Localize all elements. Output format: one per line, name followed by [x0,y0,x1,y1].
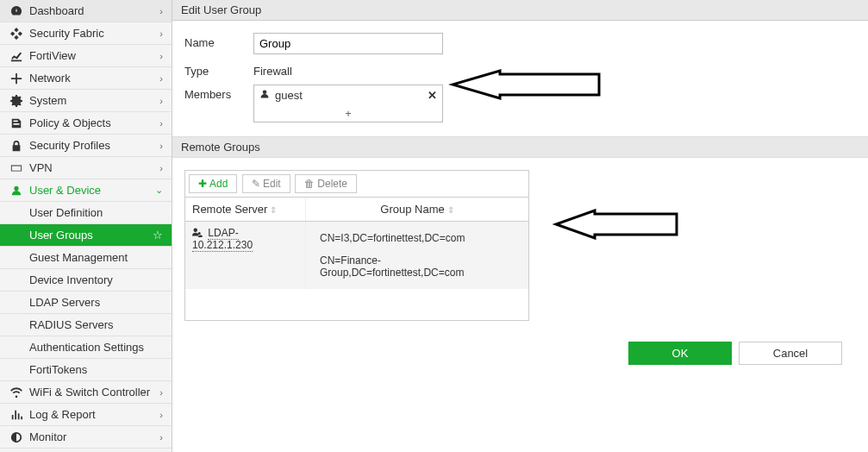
nav-label: System [29,94,66,107]
chevron-right-icon: › [159,51,163,61]
chevron-right-icon: › [159,387,163,398]
plus-icon: ✚ [198,178,207,190]
nav-label: Network [29,72,71,85]
nav-guest-management[interactable]: Guest Management [0,247,172,269]
add-member-button[interactable]: + [254,105,442,122]
col-group-label: Group Name [380,203,444,216]
members-label: Members [184,85,253,101]
nav-label: Security Fabric [29,27,104,40]
member-chip: guest ✕ [254,85,442,105]
nav-vpn[interactable]: VPN › [0,157,172,179]
chevron-right-icon: › [159,73,163,84]
nav-dashboard[interactable]: Dashboard › [0,0,172,22]
chevron-right-icon: › [159,118,163,129]
nav-label: VPN [29,161,53,174]
nav-label: Authentication Settings [29,341,144,354]
nav-label: Policy & Objects [29,116,111,129]
group-name-cell: CN=I3,DC=fortinettest,DC=com CN=Finance-… [306,222,528,289]
nav-label: Security Profiles [29,139,110,152]
chevron-down-icon: ⌄ [155,185,163,196]
nav-policy-objects[interactable]: Policy & Objects › [0,112,172,135]
nav-fortitokens[interactable]: FortiTokens [0,359,172,381]
type-label: Type [184,61,253,78]
nav-auth-settings[interactable]: Authentication Settings [0,336,172,359]
table-row[interactable]: LDAP-10.212.1.230 CN=I3,DC=fortinettest,… [185,222,528,289]
type-value: Firewall [253,61,292,78]
chevron-right-icon: › [159,141,163,151]
lock-icon [9,140,24,152]
col-group-name[interactable]: Group Name⇕ [306,198,528,221]
nav-label: Device Inventory [29,273,113,286]
report-icon [9,409,24,421]
nav-label: LDAP Servers [29,296,100,309]
nav-label: WiFi & Switch Controller [29,386,150,399]
main-panel: Edit User Group Name Type Firewall Membe… [172,0,868,452]
nav-label: FortiView [29,49,76,62]
nav-user-definition[interactable]: User Definition [0,202,172,224]
chevron-right-icon: › [159,163,163,173]
chevron-right-icon: › [159,96,163,106]
nav-ldap-servers[interactable]: LDAP Servers [0,292,172,314]
nav-system[interactable]: System › [0,90,172,112]
remote-groups-box: ✚Add ✎Edit 🗑Delete Remote Server⇕ Group … [184,170,529,321]
col-server-label: Remote Server [192,203,267,216]
nav-log-report[interactable]: Log & Report › [0,404,172,426]
remote-toolbar: ✚Add ✎Edit 🗑Delete [185,171,528,198]
col-remote-server[interactable]: Remote Server⇕ [185,198,306,221]
nav-monitor[interactable]: Monitor › [0,426,172,449]
gear-icon [9,95,24,107]
add-button[interactable]: ✚Add [189,174,237,193]
chevron-right-icon: › [159,6,163,16]
ok-button[interactable]: OK [628,342,732,365]
add-label: Add [209,178,228,190]
button-bar: OK Cancel [172,333,868,374]
user-icon [9,185,24,197]
nav-label: User Definition [29,206,103,219]
star-icon: ☆ [153,229,163,242]
name-label: Name [184,33,253,49]
remove-member-icon[interactable]: ✕ [428,89,437,102]
remote-table-header: Remote Server⇕ Group Name⇕ [185,198,528,222]
user-icon [259,89,270,102]
network-icon [9,72,24,85]
delete-label: Delete [317,178,347,190]
nav-label: RADIUS Servers [29,318,114,331]
form-area: Name Type Firewall Members guest ✕ + [172,21,868,136]
trash-icon: 🗑 [304,178,315,190]
members-box[interactable]: guest ✕ + [253,85,443,122]
nav-security-profiles[interactable]: Security Profiles › [0,135,172,157]
chart-icon [9,50,24,62]
edit-button[interactable]: ✎Edit [242,174,290,193]
nav-user-device[interactable]: User & Device ⌄ [0,179,172,202]
sort-icon: ⇕ [270,205,277,215]
sort-icon: ⇕ [447,205,454,215]
edit-label: Edit [263,178,281,190]
nav-fortiview[interactable]: FortiView › [0,45,172,67]
chevron-right-icon: › [159,410,163,420]
nav-label: Log & Report [29,408,96,421]
delete-button[interactable]: 🗑Delete [295,174,357,193]
chevron-right-icon: › [159,432,163,443]
wifi-icon [9,386,24,399]
group-dn-2: CN=Finance-Group,DC=fortinettest,DC=com [313,249,521,284]
nav-label: Guest Management [29,251,128,264]
nav-network[interactable]: Network › [0,67,172,90]
remote-server-cell: LDAP-10.212.1.230 [185,222,306,289]
nav-user-groups[interactable]: User Groups ☆ [0,224,172,247]
policy-icon [9,117,24,129]
sidebar: Dashboard › Security Fabric › FortiView … [0,0,172,452]
nav-device-inventory[interactable]: Device Inventory [0,269,172,292]
nav-label: Monitor [29,430,66,443]
cancel-button[interactable]: Cancel [739,342,842,365]
member-chip-label: guest [275,89,303,102]
nav-radius-servers[interactable]: RADIUS Servers [0,314,172,336]
vpn-icon [9,162,24,174]
chevron-right-icon: › [159,28,163,39]
ldap-icon [192,227,203,237]
name-input[interactable] [253,33,443,54]
dashboard-icon [9,5,24,17]
table-empty-space [185,289,528,320]
page-title: Edit User Group [172,0,868,21]
nav-wifi-switch[interactable]: WiFi & Switch Controller › [0,381,172,404]
nav-security-fabric[interactable]: Security Fabric › [0,22,172,45]
